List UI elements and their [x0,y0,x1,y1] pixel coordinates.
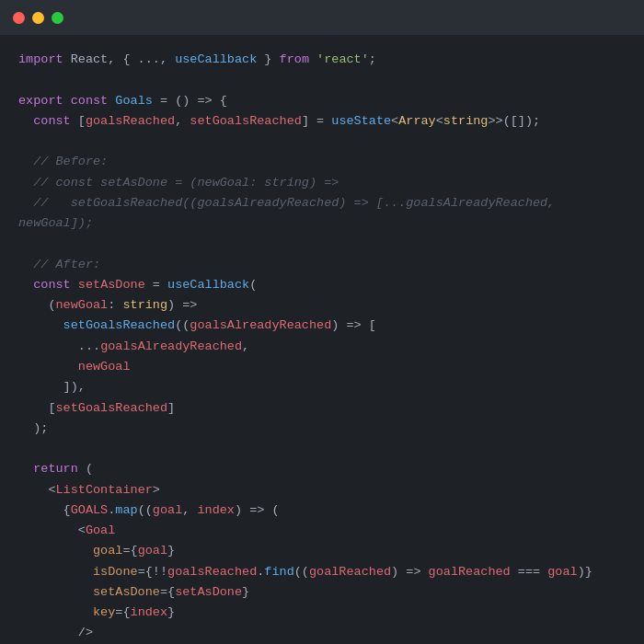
code-area: import React, { ..., useCallback } from … [0,35,644,644]
titlebar [0,0,644,35]
code-editor-window: import React, { ..., useCallback } from … [0,0,644,644]
close-button[interactable] [13,12,25,24]
maximize-button[interactable] [52,12,63,24]
minimize-button[interactable] [32,12,44,24]
code-block: import React, { ..., useCallback } from … [18,50,626,644]
